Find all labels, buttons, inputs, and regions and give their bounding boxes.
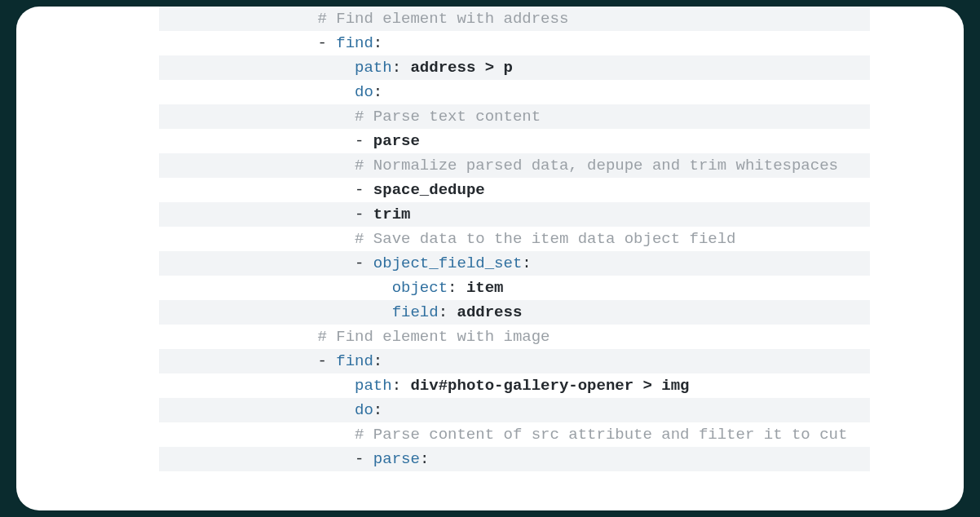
yaml-key: find [336,352,373,370]
indent [169,31,317,55]
code-line: object: item [159,276,870,300]
indent [169,202,355,227]
indent [169,325,317,349]
punctuation: - [355,254,373,272]
punctuation: : [392,59,411,77]
yaml-key: object [392,279,448,297]
code-line: # Find element with image [159,325,870,349]
yaml-key: parse [373,450,420,468]
yaml-value: address > p [410,59,512,77]
code-line: do: [159,398,870,422]
indent [169,227,355,251]
code-block: # Find element with address - find: path… [159,7,870,510]
punctuation: : [448,279,466,297]
yaml-key: field [392,303,439,321]
yaml-value: trim [373,205,411,223]
punctuation: - [355,450,373,468]
yaml-key: path [355,377,392,395]
yaml-value: parse [373,132,420,150]
comment-text: # Find element with image [317,328,550,346]
indent [169,398,355,422]
punctuation: - [317,352,336,370]
indent [169,422,355,447]
yaml-value: div#photo-gallery-opener > img [410,377,689,395]
code-line: - parse [159,129,870,153]
indent [169,153,355,178]
indent [169,276,392,300]
punctuation: - [355,181,373,199]
code-line: - space_dedupe [159,178,870,202]
punctuation: - [317,34,336,52]
code-line: # Parse text content [159,104,870,129]
code-line: # Normalize parsed data, depupe and trim… [159,153,870,178]
code-line: # Parse content of src attribute and fil… [159,422,870,447]
punctuation: : [373,34,382,52]
indent [169,373,355,398]
indent [169,447,355,471]
comment-text: # Normalize parsed data, depupe and trim… [355,157,838,175]
yaml-value: space_dedupe [373,181,485,199]
punctuation: : [373,352,382,370]
indent [169,7,317,31]
indent [169,55,355,80]
comment-text: # Parse content of src attribute and fil… [355,426,847,444]
code-line: # Save data to the item data object fiel… [159,227,870,251]
indent [169,178,355,202]
code-line: path: address > p [159,55,870,80]
code-line: - object_field_set: [159,251,870,276]
punctuation: : [373,83,382,101]
yaml-key: object_field_set [373,254,522,272]
punctuation: : [439,303,457,321]
yaml-value: address [457,303,522,321]
code-line: - parse: [159,447,870,471]
punctuation: : [420,450,429,468]
indent [169,129,355,153]
punctuation: : [522,254,531,272]
code-line: field: address [159,300,870,325]
yaml-key: do [355,401,373,419]
punctuation: : [373,401,382,419]
comment-text: # Parse text content [355,108,541,126]
indent [169,104,355,129]
comment-text: # Find element with address [317,10,568,28]
code-line: path: div#photo-gallery-opener > img [159,373,870,398]
code-line: - find: [159,349,870,373]
punctuation: - [355,205,373,223]
code-line: # Find element with address [159,7,870,31]
code-line: - trim [159,202,870,227]
indent [169,251,355,276]
comment-text: # Save data to the item data object fiel… [355,230,735,248]
indent [169,80,355,104]
yaml-key: path [355,59,392,77]
yaml-key: do [355,83,373,101]
code-line: - find: [159,31,870,55]
indent [169,300,392,325]
code-card: # Find element with address - find: path… [16,7,964,510]
punctuation: : [392,377,411,395]
code-line: do: [159,80,870,104]
punctuation: - [355,132,373,150]
yaml-value: item [466,279,504,297]
indent [169,349,317,373]
yaml-key: find [336,34,373,52]
